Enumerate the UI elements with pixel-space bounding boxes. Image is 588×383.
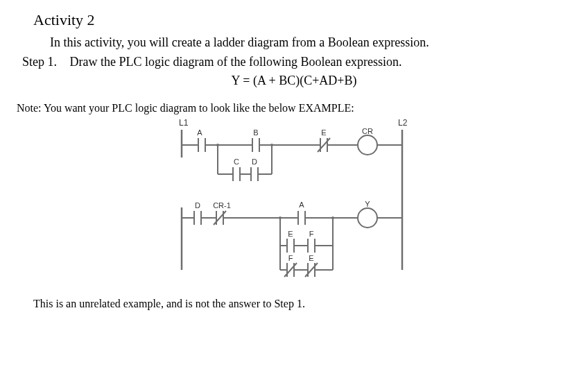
rail-right-label: L2 <box>398 118 408 128</box>
svg-point-42 <box>358 208 377 228</box>
rail-left-label: L1 <box>179 118 189 128</box>
r1-par-c1-label: C <box>234 158 239 166</box>
note-text: Note: You want your PLC logic diagram to… <box>17 102 571 114</box>
ladder-svg: L1 L2 A B E CR C D D CR-1 <box>162 117 426 291</box>
r2-coil-label: Y <box>365 200 370 208</box>
r1-c3-label: E <box>321 128 326 137</box>
r1-par-c2-label: D <box>252 158 257 166</box>
activity-title: Activity 2 <box>33 11 571 29</box>
r2-par1-c2-label: F <box>309 230 314 238</box>
footnote-text: This is an unrelated example, and is not… <box>33 298 571 310</box>
step-1-line: Step 1. Draw the PLC logic diagram of th… <box>22 55 571 69</box>
step-number: Step 1. <box>22 55 67 69</box>
svg-point-16 <box>358 135 377 155</box>
step-text: Draw the PLC logic diagram of the follow… <box>70 55 402 69</box>
r2-midtop-label: A <box>299 201 304 209</box>
r2-c2-label: CR-1 <box>213 201 231 210</box>
activity-intro: In this activity, you will create a ladd… <box>50 33 571 52</box>
r2-par2-c2-label: E <box>309 254 313 262</box>
r2-par2-c1-label: F <box>288 254 293 262</box>
ladder-diagram: L1 L2 A B E CR C D D CR-1 <box>17 117 571 293</box>
r2-par1-c1-label: E <box>288 230 293 238</box>
r1-coil-label: CR <box>362 127 373 135</box>
r1-c1-label: A <box>197 128 202 137</box>
r1-c2-label: B <box>253 128 258 137</box>
boolean-expression: Y = (A + BC)(C+AD+B) <box>17 74 571 88</box>
r2-c1-label: D <box>195 201 200 210</box>
